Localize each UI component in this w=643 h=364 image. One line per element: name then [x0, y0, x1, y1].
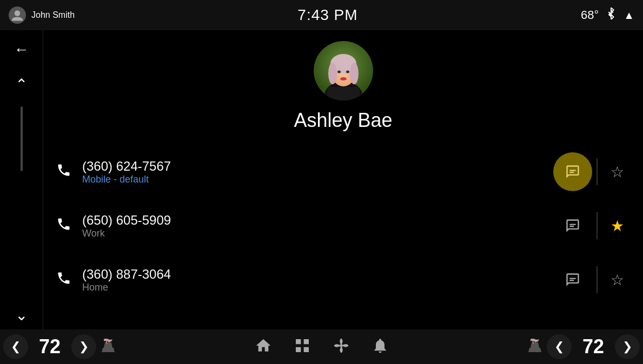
- phone-number-0: (360) 624-7567: [82, 159, 545, 174]
- contact-avatar: [314, 41, 373, 100]
- left-temp-decrease-button[interactable]: ❮: [3, 334, 28, 359]
- message-button-0[interactable]: [553, 152, 592, 191]
- svg-rect-16: [569, 278, 576, 279]
- svg-point-7: [350, 63, 359, 84]
- user-avatar-icon: [9, 6, 26, 24]
- svg-rect-17: [569, 280, 574, 281]
- divider-1: [596, 212, 598, 239]
- phone-info-0: (360) 624-7567 Mobile - default: [82, 159, 545, 185]
- svg-point-18: [340, 344, 342, 347]
- scroll-up-button[interactable]: ⌃: [15, 76, 28, 93]
- favorite-button-2[interactable]: ☆: [602, 265, 632, 295]
- action-buttons-0: ☆: [553, 152, 632, 191]
- left-sidebar: ← ⌃ ⌄: [0, 30, 43, 329]
- left-temp-control: ❮ 72 ❯: [0, 334, 119, 359]
- right-temp-control: ❮ 72 ❯: [524, 334, 643, 359]
- left-temp-value: 72: [28, 335, 71, 358]
- right-heat-seat-icon: [526, 337, 543, 356]
- scroll-indicator: [21, 106, 23, 171]
- temperature-display: 68°: [581, 8, 599, 22]
- call-icon-2[interactable]: [54, 271, 74, 289]
- action-buttons-1: ★: [553, 206, 632, 245]
- phone-number-2: (360) 887-3064: [82, 267, 545, 282]
- home-button[interactable]: [255, 337, 272, 356]
- svg-rect-14: [569, 224, 576, 225]
- user-name: John Smith: [31, 10, 75, 20]
- scroll-down-button[interactable]: ⌄: [15, 306, 28, 324]
- bottom-nav-icons: [255, 337, 389, 356]
- svg-rect-13: [569, 172, 574, 173]
- phone-entry-1: (650) 605-5909 Work ★: [43, 199, 643, 253]
- fan-button[interactable]: [333, 337, 350, 356]
- status-right: 68° ▲: [581, 8, 634, 23]
- svg-point-6: [328, 63, 337, 84]
- phone-number-1: (650) 605-5909: [82, 213, 545, 228]
- bottom-nav-bar: ❮ 72 ❯: [0, 329, 643, 364]
- call-icon-1[interactable]: [54, 217, 74, 235]
- phone-info-1: (650) 605-5909 Work: [82, 213, 545, 239]
- status-left: John Smith: [9, 6, 75, 24]
- right-temp-decrease-button[interactable]: ❮: [547, 334, 572, 359]
- message-button-2[interactable]: [553, 260, 592, 299]
- phone-info-2: (360) 887-3064 Home: [82, 267, 545, 293]
- contact-detail-area: Ashley Bae (360) 624-7567 Mobile - defau…: [43, 30, 643, 329]
- svg-point-8: [337, 71, 341, 73]
- favorite-button-1[interactable]: ★: [602, 211, 632, 241]
- svg-point-10: [340, 77, 347, 80]
- svg-rect-15: [569, 226, 574, 227]
- bluetooth-icon: [605, 8, 617, 23]
- contact-name: Ashley Bae: [294, 109, 392, 132]
- phone-list: (360) 624-7567 Mobile - default ☆: [43, 145, 643, 307]
- right-temp-value: 72: [572, 335, 615, 358]
- favorite-button-0[interactable]: ☆: [602, 157, 632, 187]
- phone-entry-2: (360) 887-3064 Home ☆: [43, 253, 643, 307]
- phone-type-1: Work: [82, 228, 545, 239]
- right-temp-increase-button[interactable]: ❯: [615, 334, 640, 359]
- grid-button[interactable]: [294, 337, 311, 356]
- left-temp-increase-button[interactable]: ❯: [71, 334, 96, 359]
- phone-type-0: Mobile - default: [82, 174, 545, 185]
- divider-0: [596, 158, 598, 185]
- status-bar: John Smith 7:43 PM 68° ▲: [0, 0, 643, 30]
- svg-rect-11: [327, 87, 360, 100]
- svg-rect-12: [569, 170, 576, 171]
- main-area: ← ⌃ ⌄: [0, 30, 643, 329]
- notification-button[interactable]: [372, 337, 389, 356]
- message-button-1[interactable]: [553, 206, 592, 245]
- svg-point-0: [15, 10, 21, 16]
- back-button[interactable]: ←: [14, 41, 29, 58]
- clock: 7:43 PM: [297, 6, 357, 24]
- call-icon-0[interactable]: [54, 163, 74, 181]
- left-heat-seat-icon: [100, 337, 117, 356]
- divider-2: [596, 266, 598, 293]
- phone-entry-0: (360) 624-7567 Mobile - default ☆: [43, 145, 643, 199]
- svg-point-9: [346, 71, 349, 73]
- action-buttons-2: ☆: [553, 260, 632, 299]
- phone-type-2: Home: [82, 282, 545, 293]
- signal-icon: ▲: [624, 9, 634, 22]
